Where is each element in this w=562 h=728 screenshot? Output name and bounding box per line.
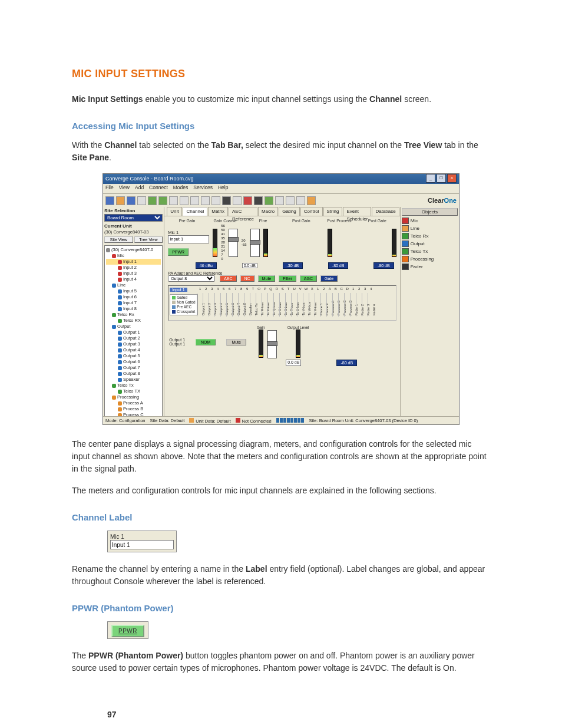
tree-item[interactable]: Process B [106, 406, 161, 412]
tab-macro[interactable]: Macro [258, 207, 278, 216]
object-item[interactable]: Telco Tx [402, 248, 458, 255]
matrix-column[interactable]: STo S-bus [279, 293, 285, 317]
tree-item[interactable]: Output 1 [106, 330, 161, 335]
toolbar-icon[interactable] [148, 196, 157, 205]
menu-item[interactable]: Connect [149, 185, 168, 190]
maximize-button[interactable]: □ [437, 174, 446, 183]
toolbar-icon[interactable] [211, 196, 220, 205]
toolbar-icon[interactable] [137, 196, 146, 205]
matrix-column[interactable]: 7Output 7 [232, 293, 238, 317]
tab-unit[interactable]: Unit [167, 207, 182, 216]
tree-view[interactable]: (30) Converge840T-0MicInput 1Input 2Inpu… [104, 245, 163, 417]
mute-button[interactable]: Mute [258, 275, 276, 282]
tree-item[interactable]: Speaker [106, 377, 161, 383]
toolbar-icon[interactable] [286, 196, 295, 205]
matrix-column[interactable]: BProcess B [332, 293, 338, 317]
matrix-column[interactable]: 1Fader 1 [350, 293, 356, 317]
agc-button[interactable]: AGC [300, 275, 317, 282]
filter-button[interactable]: Filter [279, 275, 296, 282]
toolbar-icon[interactable] [116, 196, 125, 205]
tree-item[interactable]: Process A [106, 400, 161, 406]
minimize-button[interactable]: _ [426, 174, 435, 183]
toolbar-icon[interactable] [254, 196, 263, 205]
tree-item[interactable]: Telco Tx [106, 383, 161, 388]
tab-database[interactable]: Database [372, 207, 399, 216]
ppwr-button[interactable]: PPWR [168, 248, 189, 256]
gate-button[interactable]: Gate [320, 275, 338, 282]
matrix-column[interactable]: 2Fader 2 [356, 293, 362, 317]
matrix-column[interactable]: 1Output 1 [197, 293, 203, 317]
matrix-column[interactable]: DProcess D [344, 293, 350, 317]
close-button[interactable]: × [447, 174, 457, 183]
object-item[interactable]: Line [402, 225, 458, 232]
tree-item[interactable]: Output 5 [106, 353, 161, 359]
tab-gating[interactable]: Gating [279, 207, 300, 216]
tree-item[interactable]: Output 4 [106, 347, 161, 353]
matrix-column[interactable]: 2Phone 2 [320, 293, 326, 317]
channel-label-input[interactable] [168, 235, 209, 243]
toolbar-icon[interactable] [190, 196, 199, 205]
toolbar-icon[interactable] [169, 196, 178, 205]
site-selection-dropdown[interactable]: Board Room [104, 214, 163, 222]
tree-item[interactable]: Output 6 [106, 359, 161, 365]
menu-item[interactable]: Services [193, 185, 213, 190]
mute-button[interactable]: Mute [226, 339, 246, 345]
matrix-column[interactable]: VTo V-bus [297, 293, 303, 317]
object-item[interactable]: Fader [402, 263, 458, 270]
help-icon[interactable] [307, 196, 316, 205]
tree-item[interactable]: Telco Rx [106, 312, 161, 318]
matrix-grid[interactable]: 1Output 12Output 23Output 34Output 45Out… [197, 293, 394, 317]
matrix-column[interactable]: AProcess A [326, 293, 332, 317]
tree-item[interactable]: Output 7 [106, 365, 161, 371]
tree-item[interactable]: Input 2 [106, 265, 161, 271]
tree-item[interactable]: Processing [106, 394, 161, 400]
tree-view-tab[interactable]: Tree View [134, 236, 163, 243]
tree-item[interactable]: Output 2 [106, 335, 161, 341]
tree-item[interactable]: Input 7 [106, 300, 161, 306]
matrix-column[interactable]: 3Fader 3 [362, 293, 368, 317]
matrix-column[interactable]: QTo Q-bus [267, 293, 273, 317]
matrix-column[interactable]: 6Output 6 [226, 293, 232, 317]
matrix-column[interactable]: WTo W-bus [303, 293, 309, 317]
tree-item[interactable]: (30) Converge840T-0 [106, 247, 161, 253]
objects-button[interactable]: Objects [402, 208, 458, 216]
tab-aec-reference[interactable]: AEC Reference [229, 207, 257, 216]
matrix-column[interactable]: 4Output 4 [214, 293, 220, 317]
coarse-gain-slider[interactable] [229, 229, 238, 257]
toolbar-icon[interactable] [127, 196, 135, 205]
tab-string[interactable]: String [323, 207, 343, 216]
toolbar-icon[interactable] [201, 196, 210, 205]
toolbar-icon[interactable] [243, 196, 252, 205]
toolbar-icon[interactable] [105, 196, 114, 205]
channel-label-field[interactable] [110, 540, 174, 549]
matrix-column[interactable]: TTo T-bus [285, 293, 291, 317]
tree-item[interactable]: Line [106, 282, 161, 288]
tree-item[interactable]: Input 8 [106, 306, 161, 312]
tab-channel[interactable]: Channel [183, 207, 207, 216]
matrix-column[interactable]: 4Fader 4 [368, 293, 373, 317]
object-item[interactable]: Telco Rx [402, 233, 458, 239]
matrix-column[interactable]: OTo R-bus [256, 293, 262, 317]
site-view-tab[interactable]: Site View [104, 236, 133, 243]
toolbar-icon[interactable] [275, 196, 284, 205]
tree-item[interactable]: Output [106, 324, 161, 330]
matrix-column[interactable]: CProcess C [338, 293, 344, 317]
menu-item[interactable]: Add [135, 185, 144, 190]
toolbar-icon[interactable] [233, 196, 242, 205]
matrix-column[interactable]: 1Phone 1 [315, 293, 320, 317]
menu-item[interactable]: Help [218, 185, 228, 190]
tree-item[interactable]: Input 1 [106, 259, 161, 265]
object-item[interactable]: Output [402, 241, 458, 247]
ppwr-button-sample[interactable]: PPWR [111, 625, 144, 637]
tree-item[interactable]: Telco TX [106, 388, 161, 394]
toolbar-icon[interactable] [296, 196, 305, 205]
fine-gain-spinner[interactable]: 0.0 dB [242, 263, 257, 268]
output-gain-slider[interactable] [267, 330, 277, 358]
tree-item[interactable]: Input 6 [106, 294, 161, 300]
aec-button[interactable]: AEC [220, 275, 236, 282]
menu-item[interactable]: View [119, 185, 130, 190]
matrix-column[interactable]: 3Output 3 [209, 293, 214, 317]
toolbar-icon[interactable] [180, 196, 189, 205]
tree-item[interactable]: Output 3 [106, 341, 161, 347]
tree-item[interactable]: Input 5 [106, 288, 161, 294]
